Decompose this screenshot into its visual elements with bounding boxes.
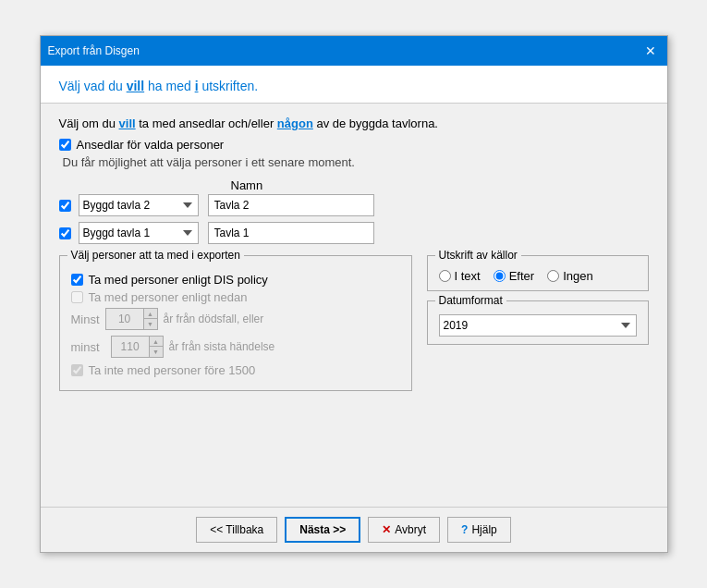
dis-policy-checkbox[interactable]	[71, 274, 83, 286]
dialog-title: Export från Disgen	[48, 44, 140, 57]
ansedlar-checkbox-row: Ansedlar för valda personer	[59, 138, 649, 152]
row2-name-input[interactable]	[208, 222, 374, 244]
help-button[interactable]: ? Hjälp	[447, 517, 511, 543]
nedan-checkbox[interactable]	[71, 291, 83, 303]
table-row: Byggd tavla 2 Byggd tavla 1	[59, 194, 649, 216]
sources-title: Utskrift av källor	[435, 249, 521, 262]
radio-efter-input[interactable]	[494, 270, 506, 282]
row1-checkbox[interactable]	[59, 200, 71, 212]
name-column-header: Namn	[231, 178, 263, 192]
date-format-title: Datumformat	[435, 294, 506, 307]
cancel-label: Avbryt	[395, 523, 426, 536]
spinner2-up[interactable]: ▲	[150, 337, 163, 347]
persons-panel: Välj personer att ta med i exporten Ta m…	[59, 255, 412, 391]
spinner1-label: Minst	[71, 312, 100, 326]
spinner1-input[interactable]	[106, 309, 143, 329]
spinner2-buttons: ▲ ▼	[149, 337, 163, 357]
spinner1-row: Minst ▲ ▼ år från dödsfall, eller	[71, 308, 400, 330]
persons-panel-content: Ta med personer enligt DIS policy Ta med…	[71, 273, 400, 377]
spinner2-input[interactable]	[112, 337, 149, 357]
table-header: Namn	[231, 178, 649, 192]
spinner2-label: minst	[71, 340, 100, 354]
date-format-select[interactable]: 2019 ISO DD-MM-YYYY MM/DD/YYYY	[439, 314, 637, 337]
spinner1-buttons: ▲ ▼	[143, 309, 157, 329]
radio-efter: Efter	[494, 269, 534, 283]
radio-ingen-input[interactable]	[547, 270, 559, 282]
cancel-icon: ✕	[382, 523, 391, 536]
persons-panel-title: Välj personer att ta med i exporten	[67, 249, 244, 262]
checkbox-1500-label: Ta inte med personer före 1500	[89, 363, 256, 377]
table-area: Namn Byggd tavla 2 Byggd tavla 1 Byggd t…	[59, 178, 649, 244]
radio-itext-label: I text	[455, 269, 481, 283]
close-button[interactable]: ✕	[641, 42, 660, 60]
radio-ingen: Ingen	[547, 269, 593, 283]
nedan-label: Ta med personer enligt nedan	[89, 290, 248, 304]
radio-itext-input[interactable]	[439, 270, 451, 282]
right-panel: Utskrift av källor I text Efter Ingen	[427, 255, 649, 391]
dis-policy-row: Ta med personer enligt DIS policy	[71, 273, 400, 287]
spinner2-suffix: år från sista händelse	[169, 340, 275, 353]
section-intro: Välj om du vill ta med ansedlar och/elle…	[59, 116, 649, 130]
dialog-window: Export från Disgen ✕ Välj vad du vill ha…	[40, 35, 668, 553]
cancel-button[interactable]: ✕ Avbryt	[368, 517, 440, 543]
spinner2-down[interactable]: ▼	[150, 347, 163, 357]
spinner1-up[interactable]: ▲	[144, 309, 157, 319]
bottom-panels: Välj personer att ta med i exporten Ta m…	[59, 255, 649, 391]
footer: << Tillbaka Nästa >> ✕ Avbryt ? Hjälp	[41, 507, 667, 552]
radio-efter-label: Efter	[509, 269, 534, 283]
sub-text: Du får möjlighet att välja personer i et…	[63, 155, 649, 169]
header-section: Välj vad du vill ha med i utskriften.	[41, 66, 667, 104]
spinner1-wrapper: ▲ ▼	[105, 308, 158, 330]
spinner2-wrapper: ▲ ▼	[111, 336, 164, 358]
radio-ingen-label: Ingen	[563, 269, 593, 283]
row2-dropdown[interactable]: Byggd tavla 1 Byggd tavla 2	[79, 222, 199, 244]
spinner1-down[interactable]: ▼	[144, 319, 157, 329]
row2-checkbox[interactable]	[59, 227, 71, 239]
help-icon: ?	[461, 523, 468, 536]
nedan-row: Ta med personer enligt nedan	[71, 290, 400, 304]
content-area: Välj om du vill ta med ansedlar och/elle…	[41, 104, 667, 507]
header-text: Välj vad du vill ha med i utskriften.	[59, 79, 649, 93]
spinner1-suffix: år från dödsfall, eller	[164, 312, 264, 325]
checkbox-1500[interactable]	[71, 364, 83, 376]
ansedlar-checkbox[interactable]	[59, 139, 71, 151]
radio-itext: I text	[439, 269, 481, 283]
radio-row: I text Efter Ingen	[439, 269, 637, 283]
ansedlar-label: Ansedlar för valda personer	[77, 138, 225, 152]
date-format-box: Datumformat 2019 ISO DD-MM-YYYY MM/DD/YY…	[427, 300, 649, 345]
next-label: Nästa >>	[299, 523, 346, 536]
back-button[interactable]: << Tillbaka	[196, 517, 277, 543]
help-label: Hjälp	[471, 523, 496, 536]
row1-dropdown[interactable]: Byggd tavla 2 Byggd tavla 1	[79, 194, 199, 216]
row1-name-input[interactable]	[208, 194, 374, 216]
checkbox-1500-row: Ta inte med personer före 1500	[71, 363, 400, 377]
table-row: Byggd tavla 1 Byggd tavla 2	[59, 222, 649, 244]
sources-box: Utskrift av källor I text Efter Ingen	[427, 255, 649, 291]
title-bar: Export från Disgen ✕	[41, 36, 667, 66]
next-button[interactable]: Nästa >>	[285, 517, 360, 543]
dis-policy-label: Ta med personer enligt DIS policy	[89, 273, 268, 287]
spinner2-row: minst ▲ ▼ år från sista händelse	[71, 336, 400, 358]
